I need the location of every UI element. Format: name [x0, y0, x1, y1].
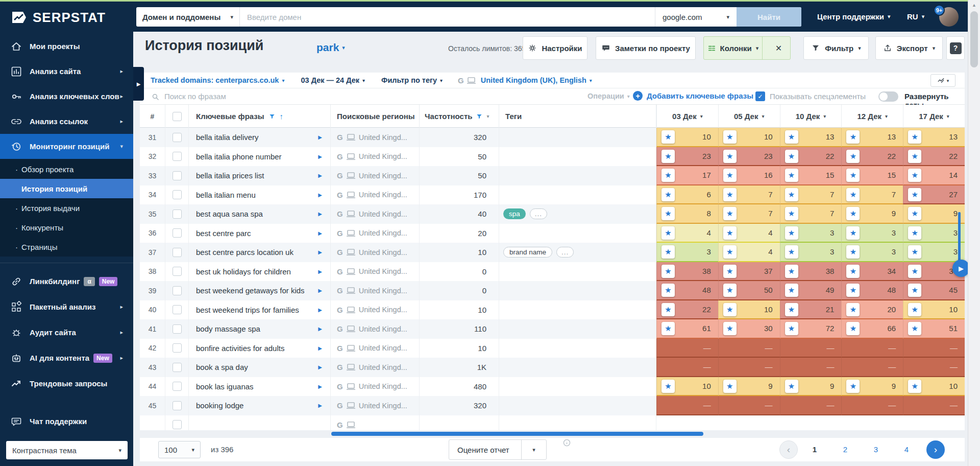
scrollbar-thumb[interactable]	[970, 11, 978, 67]
row-checkbox[interactable]	[165, 281, 189, 300]
star-icon[interactable]: ★	[846, 226, 860, 240]
keyword-expand-icon[interactable]: ▶	[318, 307, 322, 313]
star-icon[interactable]: ★	[662, 303, 675, 316]
keyword-cell[interactable]: best weekend getaways for kids▶	[189, 281, 331, 300]
support-center-menu[interactable]: Центр поддержки ▾	[817, 12, 891, 21]
next-dates-button[interactable]: ▶	[952, 260, 970, 277]
sidebar-item-13[interactable]: AI для контентаNew▸	[0, 345, 133, 370]
keyword-cell[interactable]: bella italia prices list▶	[189, 166, 331, 185]
star-icon[interactable]: ★	[723, 265, 737, 278]
star-icon[interactable]: ★	[662, 265, 675, 278]
help-button[interactable]: ?	[946, 36, 965, 60]
show-special-elements-checkbox[interactable]: ✓ Показывать спецэлементы	[755, 91, 866, 101]
page-number-4[interactable]: 4	[896, 438, 917, 461]
star-icon[interactable]: ★	[785, 380, 798, 393]
star-icon[interactable]: ★	[785, 150, 798, 163]
star-icon[interactable]: ★	[723, 380, 737, 393]
star-icon[interactable]: ★	[846, 380, 860, 393]
date-range-select[interactable]: 03 Дек — 24 Дек ▾	[301, 76, 365, 84]
row-checkbox[interactable]	[165, 147, 189, 167]
star-icon[interactable]: ★	[908, 245, 921, 259]
sidebar-item-sub-8[interactable]: ·Конкуренты	[0, 218, 133, 237]
star-icon[interactable]: ★	[908, 207, 921, 220]
star-icon[interactable]: ★	[662, 322, 675, 335]
row-checkbox[interactable]	[165, 185, 189, 205]
star-icon[interactable]: ★	[785, 245, 798, 259]
sidebar-item-12[interactable]: Аудит сайта▸	[0, 320, 133, 345]
row-checkbox[interactable]	[165, 243, 189, 262]
row-checkbox[interactable]	[165, 396, 189, 415]
tag-pill[interactable]: ...	[556, 247, 574, 258]
keyword-cell[interactable]: booking lodge▶	[189, 396, 331, 415]
tag-pill[interactable]: spa	[503, 208, 526, 219]
language-menu[interactable]: RU ▾	[907, 12, 924, 21]
keyword-cell[interactable]: body massage spa▶	[189, 319, 331, 339]
keyword-expand-icon[interactable]: ▶	[318, 230, 322, 236]
next-page-button[interactable]: ›	[926, 440, 945, 459]
filter-funnel-icon[interactable]	[476, 113, 483, 120]
operations-menu[interactable]: Операции ▾	[587, 92, 630, 100]
star-icon[interactable]: ★	[908, 284, 921, 297]
keyword-cell[interactable]: bella italian menu▶	[189, 185, 331, 205]
keyword-expand-icon[interactable]: ▶	[318, 364, 322, 370]
columns-button[interactable]: Колонки ▾	[704, 37, 763, 59]
star-icon[interactable]: ★	[723, 322, 737, 335]
sidebar-item-10[interactable]: ЛинкбилдингαNew	[0, 269, 133, 294]
keyword-expand-icon[interactable]: ▶	[318, 211, 322, 217]
star-icon[interactable]: ★	[908, 130, 921, 144]
row-checkbox[interactable]	[165, 224, 189, 243]
star-icon[interactable]: ★	[846, 130, 860, 144]
star-icon[interactable]: ★	[723, 188, 737, 201]
star-icon[interactable]: ★	[662, 284, 675, 297]
notifications-badge[interactable]: 9+	[934, 5, 945, 16]
star-icon[interactable]: ★	[662, 245, 675, 259]
sidebar-item-4[interactable]: Мониторинг позиций▾	[0, 134, 133, 159]
column-header-volume[interactable]: Частотность ▾	[420, 105, 499, 128]
keyword-expand-icon[interactable]: ▶	[318, 384, 322, 389]
star-icon[interactable]: ★	[723, 207, 737, 220]
star-icon[interactable]: ★	[785, 130, 798, 144]
project-select[interactable]: park ▾	[316, 41, 345, 54]
date-column-header-2[interactable]: 10 Дек▾	[780, 105, 842, 128]
star-icon[interactable]: ★	[785, 188, 798, 201]
keyword-cell[interactable]: best aqua sana spa▶	[189, 204, 331, 224]
keyword-expand-icon[interactable]: ▶	[318, 326, 322, 332]
column-header-keywords[interactable]: Ключевые фразы ↑	[189, 105, 331, 128]
star-icon[interactable]: ★	[846, 245, 860, 259]
row-checkbox[interactable]	[165, 204, 189, 224]
tag-pill[interactable]: brand name	[503, 247, 552, 258]
search-submit-button[interactable]: Найти	[737, 7, 801, 27]
star-icon[interactable]: ★	[846, 188, 860, 201]
sidebar-item-sub-7[interactable]: ·История выдачи	[0, 198, 133, 218]
table-horizontal-scrollbar[interactable]	[331, 432, 703, 436]
star-icon[interactable]: ★	[723, 226, 737, 240]
export-button[interactable]: Экспорт ▾	[875, 36, 943, 60]
row-checkbox[interactable]	[165, 339, 189, 358]
star-icon[interactable]: ★	[785, 284, 798, 297]
per-page-select[interactable]: 100 ▾	[158, 441, 201, 458]
star-icon[interactable]: ★	[785, 265, 798, 278]
star-icon[interactable]: ★	[785, 322, 798, 335]
star-icon[interactable]: ★	[908, 226, 921, 240]
prev-page-button[interactable]: ‹	[779, 440, 798, 459]
phrase-search-input[interactable]: Поиск по фразам	[164, 92, 226, 101]
filters-collapse-handle[interactable]: ▶	[133, 67, 144, 101]
star-icon[interactable]: ★	[723, 150, 737, 163]
star-icon[interactable]: ★	[662, 380, 675, 393]
keyword-expand-icon[interactable]: ▶	[318, 134, 322, 140]
sidebar-item-14[interactable]: Трендовые запросы	[0, 371, 133, 396]
chart-view-button[interactable]: ▾	[930, 74, 955, 87]
sidebar-item-sub-9[interactable]: ·Страницы	[0, 237, 133, 257]
tracked-domains-select[interactable]: Tracked domains: centerparcs.co.uk ▾	[151, 76, 284, 84]
rate-report-dropdown[interactable]: ▾	[521, 440, 546, 459]
browser-scrollbar[interactable]: ▲	[968, 0, 980, 466]
row-checkbox[interactable]	[165, 377, 189, 397]
keyword-expand-icon[interactable]: ▶	[318, 288, 322, 293]
search-region-select[interactable]: United Kingdom (UK), English ▾	[481, 76, 592, 84]
sidebar-item-15[interactable]: Чат поддержки	[0, 409, 133, 434]
rate-report-select[interactable]: Оцените отчет ▾	[449, 439, 547, 460]
sidebar-item-sub-6[interactable]: История позиций	[0, 179, 133, 198]
star-icon[interactable]: ★	[723, 130, 737, 144]
keyword-cell[interactable]: bella italia delivery▶	[189, 128, 331, 147]
star-icon[interactable]: ★	[908, 169, 921, 182]
